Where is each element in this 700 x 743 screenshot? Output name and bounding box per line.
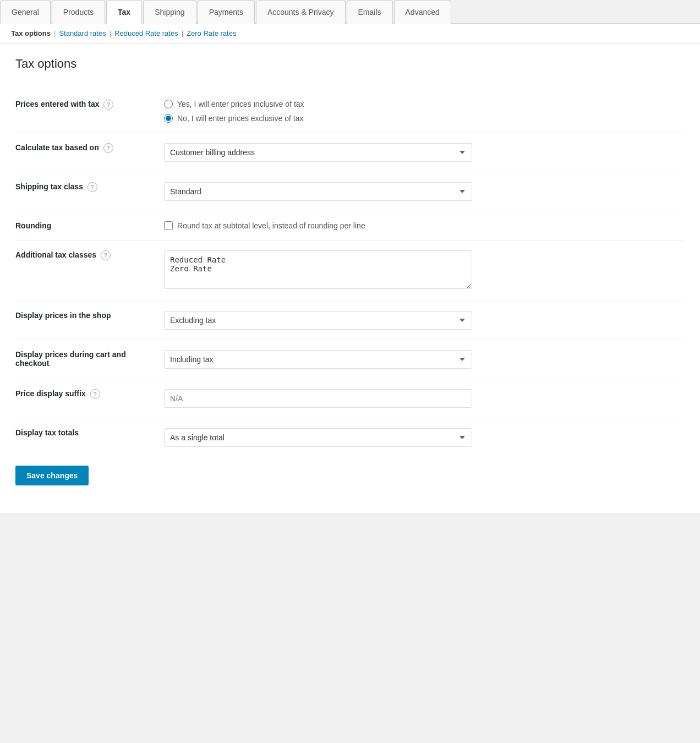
- help-icon-additional-tax[interactable]: ?: [101, 250, 111, 260]
- tab-products[interactable]: Products: [52, 1, 105, 24]
- tab-payments[interactable]: Payments: [198, 1, 255, 24]
- subnav-reduced-rate[interactable]: Reduced Rate rates: [114, 29, 178, 37]
- help-icon-calculate-tax[interactable]: ?: [103, 143, 113, 153]
- radio-inclusive-label[interactable]: Yes, I will enter prices inclusive of ta…: [164, 100, 679, 108]
- select-display-tax-totals[interactable]: As a single total Itemized: [164, 428, 472, 447]
- checkbox-rounding[interactable]: [164, 221, 173, 230]
- row-display-prices-cart: Display prices during cart and checkout …: [15, 340, 685, 379]
- form-table: Prices entered with tax ? Yes, I will en…: [15, 90, 685, 457]
- help-icon-price-suffix[interactable]: ?: [90, 389, 100, 399]
- tab-shipping[interactable]: Shipping: [143, 1, 196, 24]
- help-icon-shipping-tax[interactable]: ?: [88, 182, 97, 192]
- textarea-additional-tax-classes[interactable]: Reduced Rate Zero Rate: [164, 250, 472, 289]
- label-additional-tax-classes: Additional tax classes: [15, 250, 96, 259]
- help-icon-prices-entered[interactable]: ?: [103, 100, 113, 110]
- subnav-zero-rate[interactable]: Zero Rate rates: [187, 29, 236, 37]
- page-wrapper: General Products Tax Shipping Payments A…: [0, 0, 700, 743]
- checkbox-rounding-text: Round tax at subtotal level, instead of …: [177, 221, 365, 230]
- label-display-prices-cart: Display prices during cart and checkout: [15, 350, 126, 368]
- subnav-sep-1: |: [54, 29, 56, 37]
- content-area: Tax options Prices entered with tax ? Ye…: [0, 43, 700, 513]
- tab-advanced[interactable]: Advanced: [394, 1, 451, 24]
- tab-tax[interactable]: Tax: [106, 1, 142, 24]
- row-rounding: Rounding Round tax at subtotal level, in…: [15, 211, 685, 241]
- checkbox-rounding-label[interactable]: Round tax at subtotal level, instead of …: [164, 221, 679, 230]
- label-shipping-tax-class: Shipping tax class: [15, 182, 83, 191]
- select-display-prices-shop[interactable]: Excluding tax Including tax: [164, 311, 472, 330]
- label-display-prices-shop: Display prices in the shop: [15, 311, 111, 320]
- tab-accounts-privacy[interactable]: Accounts & Privacy: [256, 1, 346, 24]
- label-prices-entered-with-tax: Prices entered with tax: [15, 100, 100, 108]
- tabs-bar: General Products Tax Shipping Payments A…: [0, 0, 700, 24]
- row-display-tax-totals: Display tax totals As a single total Ite…: [15, 418, 685, 457]
- page-title: Tax options: [15, 57, 685, 77]
- input-price-display-suffix[interactable]: [164, 389, 472, 408]
- row-calculate-tax: Calculate tax based on ? Customer billin…: [15, 133, 685, 172]
- label-calculate-tax: Calculate tax based on: [15, 143, 99, 152]
- label-price-display-suffix: Price display suffix: [15, 389, 86, 398]
- radio-exclusive-label[interactable]: No, I will enter prices exclusive of tax: [164, 114, 679, 123]
- subnav: Tax options | Standard rates | Reduced R…: [0, 24, 700, 43]
- select-shipping-tax-class[interactable]: Standard Reduced Rate Zero Rate: [164, 182, 472, 201]
- radio-inclusive-text: Yes, I will enter prices inclusive of ta…: [177, 100, 304, 108]
- select-display-prices-cart[interactable]: Including tax Excluding tax: [164, 350, 472, 369]
- radio-inclusive[interactable]: [164, 100, 173, 108]
- select-calculate-tax[interactable]: Customer billing address Customer shippi…: [164, 143, 472, 162]
- radio-exclusive[interactable]: [164, 114, 173, 123]
- row-price-display-suffix: Price display suffix ?: [15, 379, 685, 418]
- save-changes-button[interactable]: Save changes: [15, 466, 89, 485]
- subnav-current: Tax options: [11, 29, 51, 37]
- row-prices-entered-with-tax: Prices entered with tax ? Yes, I will en…: [15, 90, 685, 133]
- label-display-tax-totals: Display tax totals: [15, 428, 79, 437]
- label-rounding: Rounding: [15, 221, 51, 230]
- subnav-standard-rates[interactable]: Standard rates: [59, 29, 106, 37]
- row-shipping-tax-class: Shipping tax class ? Standard Reduced Ra…: [15, 172, 685, 211]
- radio-exclusive-text: No, I will enter prices exclusive of tax: [177, 114, 304, 123]
- tab-general[interactable]: General: [0, 1, 51, 24]
- subnav-sep-3: |: [182, 29, 183, 37]
- subnav-sep-2: |: [110, 29, 111, 37]
- radio-group-prices: Yes, I will enter prices inclusive of ta…: [164, 100, 679, 123]
- tab-emails[interactable]: Emails: [347, 1, 393, 24]
- row-display-prices-shop: Display prices in the shop Excluding tax…: [15, 301, 685, 340]
- row-additional-tax-classes: Additional tax classes ? Reduced Rate Ze…: [15, 241, 685, 301]
